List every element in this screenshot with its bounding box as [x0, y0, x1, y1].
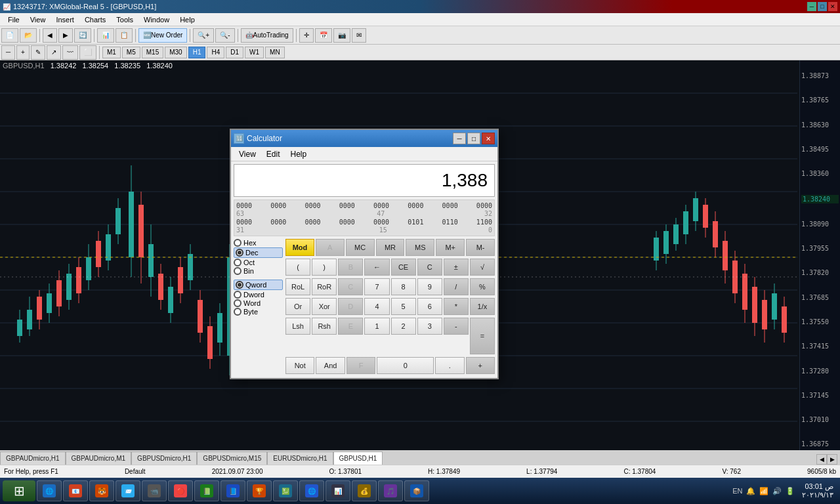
toolbar-zoom-out[interactable]: 🔍-: [215, 28, 234, 43]
toolbar-line[interactable]: ─: [1, 45, 15, 60]
tab-gbpaud-m1[interactable]: GBPAUDmicro,M1: [66, 452, 132, 465]
btn-c2[interactable]: C: [338, 278, 363, 295]
menu-insert[interactable]: Insert: [51, 13, 79, 26]
btn-9[interactable]: 9: [417, 278, 442, 295]
taskbar-telegram[interactable]: 📨: [116, 480, 140, 501]
radio-dec[interactable]: Dec: [234, 247, 283, 258]
btn-ror[interactable]: RoR: [312, 278, 337, 295]
btn-dot[interactable]: .: [435, 357, 464, 374]
btn-4[interactable]: 4: [364, 298, 389, 315]
btn-sqrt[interactable]: √: [470, 259, 495, 276]
tf-m15[interactable]: M15: [142, 47, 163, 58]
btn-lparen[interactable]: (: [285, 259, 310, 276]
btn-rsh[interactable]: Rsh: [312, 318, 337, 335]
btn-mplus[interactable]: M+: [436, 239, 465, 256]
btn-reciprocal[interactable]: 1/x: [470, 298, 495, 315]
btn-percent[interactable]: %: [470, 278, 495, 295]
tf-d1[interactable]: D1: [226, 47, 243, 58]
btn-8[interactable]: 8: [391, 278, 416, 295]
taskbar-excel[interactable]: 📗: [194, 480, 219, 501]
tab-gbpaud-h1[interactable]: GBPAUDmicro,H1: [0, 452, 66, 465]
btn-plus[interactable]: +: [466, 357, 495, 374]
btn-d[interactable]: D: [338, 298, 363, 315]
start-button[interactable]: ⊞: [3, 480, 35, 501]
menu-charts[interactable]: Charts: [79, 13, 111, 26]
radio-dword[interactable]: Dword: [234, 291, 283, 299]
menu-file[interactable]: File: [3, 13, 25, 26]
calc-maximize[interactable]: □: [467, 133, 480, 144]
calc-menu-edit[interactable]: Edit: [261, 147, 285, 161]
radio-bin[interactable]: Bin: [234, 267, 283, 275]
tab-gbpusd-m15[interactable]: GBPUSDmicro,M15: [197, 452, 267, 465]
btn-ce[interactable]: CE: [391, 259, 416, 276]
tray-lang[interactable]: EN: [732, 486, 743, 496]
toolbar-email[interactable]: ✉: [352, 28, 366, 43]
tray-battery[interactable]: 🔋: [785, 486, 795, 496]
tf-m5[interactable]: M5: [122, 47, 140, 58]
tf-h4[interactable]: H4: [207, 47, 224, 58]
taskbar-chrome[interactable]: 🔴: [168, 480, 193, 501]
toolbar-crosshair2[interactable]: +: [16, 45, 30, 60]
toolbar-draw[interactable]: ✎: [31, 45, 45, 60]
btn-7[interactable]: 7: [364, 278, 389, 295]
taskbar-ie[interactable]: 🌐: [37, 480, 62, 501]
taskbar-store[interactable]: 📦: [404, 480, 429, 501]
radio-word[interactable]: Word: [234, 299, 283, 307]
btn-xor[interactable]: Xor: [312, 298, 337, 315]
tf-h1[interactable]: H1: [188, 47, 206, 58]
toolbar-screenshot[interactable]: 📷: [333, 28, 350, 43]
toolbar-forward[interactable]: ▶: [58, 28, 73, 43]
radio-byte[interactable]: Byte: [234, 308, 283, 316]
btn-plusminus[interactable]: ±: [444, 259, 469, 276]
tab-gbpusd-h1-active[interactable]: GBPUSD,H1: [333, 452, 383, 465]
taskbar-trading[interactable]: 💹: [273, 480, 298, 501]
btn-f[interactable]: F: [346, 357, 375, 374]
toolbar-rect[interactable]: ⬜: [79, 45, 96, 60]
tray-speaker[interactable]: 🔊: [772, 486, 782, 496]
toolbar-templates[interactable]: 📋: [116, 28, 133, 43]
toolbar-crosshair[interactable]: ✛: [299, 28, 314, 43]
toolbar-wave[interactable]: 〰: [62, 45, 78, 60]
btn-a[interactable]: A: [316, 239, 345, 256]
tf-m30[interactable]: M30: [165, 47, 186, 58]
taskbar-mail[interactable]: 📧: [63, 480, 88, 501]
taskbar-media[interactable]: 🎵: [378, 480, 403, 501]
btn-mod[interactable]: Mod: [285, 239, 314, 256]
toolbar-open[interactable]: 📂: [20, 28, 37, 43]
taskbar-browser[interactable]: 🌐: [299, 480, 324, 501]
taskbar-finance[interactable]: 💰: [352, 480, 377, 501]
btn-lsh[interactable]: Lsh: [285, 318, 310, 335]
close-button[interactable]: ✕: [828, 2, 837, 11]
btn-or[interactable]: Or: [285, 298, 310, 315]
btn-not[interactable]: Not: [285, 357, 314, 374]
tab-gbpusd-h1[interactable]: GBPUSDmicro,H1: [131, 452, 197, 465]
toolbar-zoom-in[interactable]: 🔍+: [193, 28, 214, 43]
menu-tools[interactable]: Tools: [111, 13, 138, 26]
menu-view[interactable]: View: [25, 13, 51, 26]
btn-2[interactable]: 2: [391, 318, 416, 335]
calc-minimize[interactable]: ─: [453, 133, 466, 144]
toolbar-refresh[interactable]: 🔄: [74, 28, 91, 43]
minimize-button[interactable]: ─: [807, 2, 816, 11]
btn-backspace[interactable]: ←: [364, 259, 389, 276]
btn-ms[interactable]: MS: [406, 239, 434, 256]
btn-mr[interactable]: MR: [376, 239, 405, 256]
toolbar-new-chart[interactable]: 📄: [1, 28, 18, 43]
menu-help[interactable]: Help: [175, 13, 200, 26]
btn-c[interactable]: C: [417, 259, 442, 276]
calc-menu-help[interactable]: Help: [285, 147, 312, 161]
tray-network[interactable]: 📶: [759, 486, 769, 496]
taskbar-chart[interactable]: 📊: [326, 480, 350, 501]
tf-m1[interactable]: M1: [102, 47, 121, 58]
new-order-button[interactable]: 🆕 New Order: [138, 28, 187, 43]
btn-minus[interactable]: -: [444, 318, 469, 335]
btn-rol[interactable]: RoL: [285, 278, 310, 295]
btn-5[interactable]: 5: [391, 298, 416, 315]
btn-and[interactable]: And: [316, 357, 345, 374]
btn-1[interactable]: 1: [364, 318, 389, 335]
tab-next[interactable]: ▶: [827, 454, 837, 465]
radio-oct[interactable]: Oct: [234, 259, 283, 266]
tab-prev[interactable]: ◀: [816, 454, 827, 465]
tab-eurusd-h1[interactable]: EURUSDmicro,H1: [267, 452, 333, 465]
toolbar-back[interactable]: ◀: [43, 28, 57, 43]
